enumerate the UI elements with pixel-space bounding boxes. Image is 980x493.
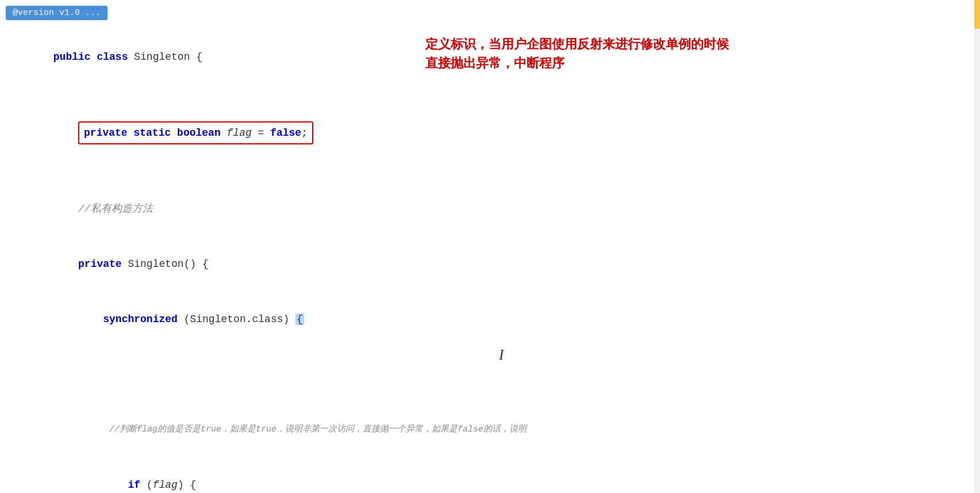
code-line-field: private static boolean flag = false; bbox=[0, 103, 980, 163]
code-text: public class Singleton { bbox=[5, 29, 202, 85]
code-text: //判断flag的值是否是true，如果是true，说明非第一次访问，直接抛一个… bbox=[5, 402, 526, 457]
code-text: //私有构造方法 bbox=[5, 181, 153, 236]
code-text: I bbox=[5, 347, 128, 402]
code-text: private static boolean flag = false; bbox=[5, 103, 313, 163]
code-line-if-flag: if (flag) { bbox=[0, 457, 980, 493]
code-line-comment-constructor: //私有构造方法 bbox=[0, 181, 980, 236]
code-text: if (flag) { bbox=[5, 457, 196, 493]
code-line-class-decl: public class Singleton { bbox=[0, 29, 980, 85]
code-line-private-singleton: private Singleton() { bbox=[0, 236, 980, 292]
scrollbar-thumb[interactable] bbox=[974, 0, 980, 29]
code-line-cursor: I bbox=[0, 347, 980, 402]
code-text: private Singleton() { bbox=[5, 236, 209, 292]
code-text: synchronized (Singleton.class) { bbox=[5, 292, 304, 347]
code-line-blank2 bbox=[0, 163, 980, 181]
code-line-comment-judge: //判断flag的值是否是true，如果是true，说明非第一次访问，直接抛一个… bbox=[0, 402, 980, 457]
code-line-blank1 bbox=[0, 85, 980, 103]
code-text bbox=[5, 85, 22, 103]
version-tab: @version v1.0 ... bbox=[6, 6, 107, 20]
code-text bbox=[5, 163, 22, 181]
code-line-synchronized: synchronized (Singleton.class) { bbox=[0, 292, 980, 347]
